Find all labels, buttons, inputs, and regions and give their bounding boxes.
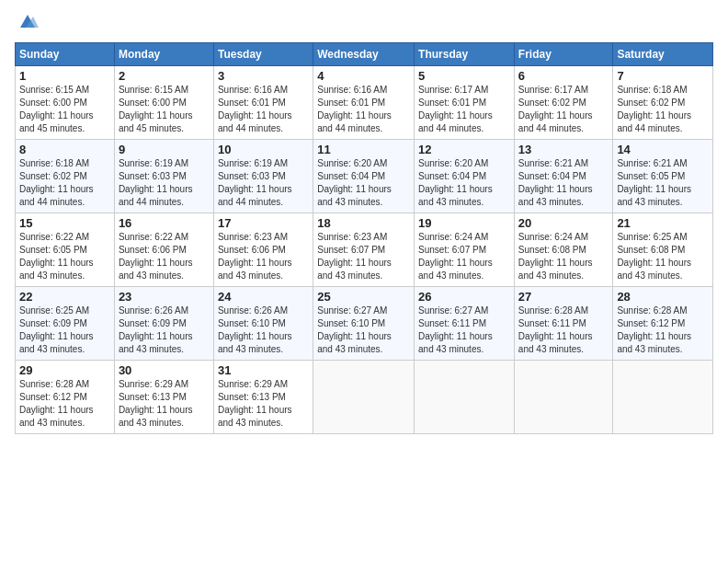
day-info: Sunrise: 6:26 AMSunset: 6:09 PMDaylight:… [119,304,210,356]
calendar-cell: 31Sunrise: 6:29 AMSunset: 6:13 PMDayligh… [213,361,313,434]
weekday-header-cell: Friday [514,43,613,66]
day-info: Sunrise: 6:17 AMSunset: 6:01 PMDaylight:… [418,84,510,135]
day-info: Sunrise: 6:24 AMSunset: 6:07 PMDaylight:… [418,231,510,282]
day-info: Sunrise: 6:29 AMSunset: 6:13 PMDaylight:… [218,378,309,430]
calendar-cell: 6Sunrise: 6:17 AMSunset: 6:02 PMDaylight… [514,66,613,140]
day-number: 12 [418,143,510,156]
calendar-cell: 22Sunrise: 6:25 AMSunset: 6:09 PMDayligh… [16,287,115,361]
calendar-table: SundayMondayTuesdayWednesdayThursdayFrid… [15,42,713,434]
day-number: 3 [218,69,309,83]
day-number: 23 [119,290,210,304]
day-info: Sunrise: 6:19 AMSunset: 6:03 PMDaylight:… [119,157,210,209]
weekday-header-cell: Tuesday [213,43,313,66]
calendar-cell: 7Sunrise: 6:18 AMSunset: 6:02 PMDaylight… [613,66,713,140]
day-number: 7 [617,69,709,83]
calendar-cell: 18Sunrise: 6:23 AMSunset: 6:07 PMDayligh… [313,213,415,287]
day-info: Sunrise: 6:18 AMSunset: 6:02 PMDaylight:… [617,84,709,135]
day-info: Sunrise: 6:28 AMSunset: 6:11 PMDaylight:… [518,304,609,356]
day-info: Sunrise: 6:27 AMSunset: 6:10 PMDaylight:… [317,304,410,356]
day-info: Sunrise: 6:26 AMSunset: 6:10 PMDaylight:… [218,304,309,356]
logo [15,15,39,33]
day-number: 19 [418,216,510,230]
weekday-header-cell: Saturday [613,43,713,66]
calendar-cell [313,361,415,434]
calendar-cell: 26Sunrise: 6:27 AMSunset: 6:11 PMDayligh… [415,287,515,361]
day-number: 5 [418,69,510,83]
calendar-cell: 30Sunrise: 6:29 AMSunset: 6:13 PMDayligh… [114,361,213,434]
weekday-header-cell: Sunday [16,43,115,66]
day-number: 30 [119,363,210,377]
calendar-cell: 12Sunrise: 6:20 AMSunset: 6:04 PMDayligh… [415,140,515,213]
day-info: Sunrise: 6:22 AMSunset: 6:06 PMDaylight:… [119,231,210,282]
calendar-cell: 15Sunrise: 6:22 AMSunset: 6:05 PMDayligh… [16,213,115,287]
day-number: 16 [119,216,210,230]
day-number: 20 [518,216,609,230]
day-number: 24 [218,290,309,304]
day-number: 18 [317,216,410,230]
calendar-cell: 14Sunrise: 6:21 AMSunset: 6:05 PMDayligh… [613,140,713,213]
calendar-cell: 11Sunrise: 6:20 AMSunset: 6:04 PMDayligh… [313,140,415,213]
day-number: 9 [119,143,210,156]
calendar-cell: 17Sunrise: 6:23 AMSunset: 6:06 PMDayligh… [213,213,313,287]
page: SundayMondayTuesdayWednesdayThursdayFrid… [0,0,728,563]
day-number: 29 [19,363,110,377]
calendar-row: 29Sunrise: 6:28 AMSunset: 6:12 PMDayligh… [16,361,713,434]
day-number: 17 [218,216,309,230]
day-number: 6 [518,69,609,83]
day-number: 26 [418,290,510,304]
header [15,15,713,33]
calendar-row: 15Sunrise: 6:22 AMSunset: 6:05 PMDayligh… [16,213,713,287]
day-info: Sunrise: 6:29 AMSunset: 6:13 PMDaylight:… [119,378,210,430]
calendar-cell: 1Sunrise: 6:15 AMSunset: 6:00 PMDaylight… [16,66,115,140]
calendar-row: 8Sunrise: 6:18 AMSunset: 6:02 PMDaylight… [16,140,713,213]
day-number: 4 [317,69,410,83]
day-info: Sunrise: 6:22 AMSunset: 6:05 PMDaylight:… [19,231,110,282]
day-info: Sunrise: 6:23 AMSunset: 6:06 PMDaylight:… [218,231,309,282]
weekday-header-row: SundayMondayTuesdayWednesdayThursdayFrid… [16,43,713,66]
calendar-body: 1Sunrise: 6:15 AMSunset: 6:00 PMDaylight… [16,66,713,434]
day-number: 22 [19,290,110,304]
calendar-cell: 24Sunrise: 6:26 AMSunset: 6:10 PMDayligh… [213,287,313,361]
calendar-cell: 27Sunrise: 6:28 AMSunset: 6:11 PMDayligh… [514,287,613,361]
calendar-cell: 4Sunrise: 6:16 AMSunset: 6:01 PMDaylight… [313,66,415,140]
day-info: Sunrise: 6:23 AMSunset: 6:07 PMDaylight:… [317,231,410,282]
calendar-cell: 10Sunrise: 6:19 AMSunset: 6:03 PMDayligh… [213,140,313,213]
day-number: 25 [317,290,410,304]
day-number: 15 [19,216,110,230]
day-number: 13 [518,143,609,156]
day-info: Sunrise: 6:16 AMSunset: 6:01 PMDaylight:… [218,84,309,135]
day-info: Sunrise: 6:21 AMSunset: 6:04 PMDaylight:… [518,157,609,209]
day-number: 21 [617,216,709,230]
day-number: 31 [218,363,309,377]
day-number: 1 [19,69,110,83]
day-info: Sunrise: 6:21 AMSunset: 6:05 PMDaylight:… [617,157,709,209]
day-number: 27 [518,290,609,304]
calendar-row: 1Sunrise: 6:15 AMSunset: 6:00 PMDaylight… [16,66,713,140]
calendar-cell: 16Sunrise: 6:22 AMSunset: 6:06 PMDayligh… [114,213,213,287]
day-number: 2 [119,69,210,83]
day-number: 14 [617,143,709,156]
weekday-header-cell: Monday [114,43,213,66]
day-info: Sunrise: 6:15 AMSunset: 6:00 PMDaylight:… [19,84,110,135]
day-info: Sunrise: 6:17 AMSunset: 6:02 PMDaylight:… [518,84,609,135]
weekday-header-cell: Thursday [415,43,515,66]
logo-icon [17,11,39,33]
calendar-cell: 8Sunrise: 6:18 AMSunset: 6:02 PMDaylight… [16,140,115,213]
calendar-cell: 3Sunrise: 6:16 AMSunset: 6:01 PMDaylight… [213,66,313,140]
calendar-cell: 5Sunrise: 6:17 AMSunset: 6:01 PMDaylight… [415,66,515,140]
calendar-cell: 25Sunrise: 6:27 AMSunset: 6:10 PMDayligh… [313,287,415,361]
calendar-cell: 21Sunrise: 6:25 AMSunset: 6:08 PMDayligh… [613,213,713,287]
calendar-cell: 2Sunrise: 6:15 AMSunset: 6:00 PMDaylight… [114,66,213,140]
calendar-cell: 13Sunrise: 6:21 AMSunset: 6:04 PMDayligh… [514,140,613,213]
day-info: Sunrise: 6:15 AMSunset: 6:00 PMDaylight:… [119,84,210,135]
day-info: Sunrise: 6:27 AMSunset: 6:11 PMDaylight:… [418,304,510,356]
day-info: Sunrise: 6:25 AMSunset: 6:09 PMDaylight:… [19,304,110,356]
weekday-header-cell: Wednesday [313,43,415,66]
day-number: 11 [317,143,410,156]
calendar-cell [613,361,713,434]
calendar-cell [514,361,613,434]
day-info: Sunrise: 6:20 AMSunset: 6:04 PMDaylight:… [317,157,410,209]
day-info: Sunrise: 6:16 AMSunset: 6:01 PMDaylight:… [317,84,410,135]
day-info: Sunrise: 6:24 AMSunset: 6:08 PMDaylight:… [518,231,609,282]
calendar-cell: 29Sunrise: 6:28 AMSunset: 6:12 PMDayligh… [16,361,115,434]
